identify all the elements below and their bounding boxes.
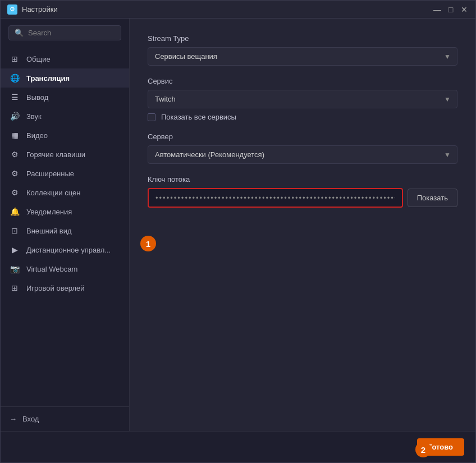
notifications-icon: 🔔 [10,207,20,217]
sidebar-item-stream[interactable]: 🌐 Трансляция [1,68,129,88]
search-box[interactable]: 🔍 [8,25,121,40]
service-select-wrapper: Twitch ▼ [148,90,457,108]
sidebar-item-remote[interactable]: ▶ Дистанционное управл... [1,240,129,259]
stream-type-select[interactable]: Сервисы вещания [148,47,457,66]
show-all-services-checkbox[interactable] [148,113,155,121]
sidebar-item-advanced[interactable]: ⚙ Расширенные [1,164,129,183]
sidebar-item-output[interactable]: ☰ Вывод [1,88,129,107]
sidebar-item-appearance[interactable]: ⊡ Внешний вид [1,221,129,240]
sidebar-item-notifications[interactable]: 🔔 Уведомления [1,202,129,221]
stream-type-label: Stream Type [148,34,457,43]
remote-icon: ▶ [10,245,20,255]
output-icon: ☰ [10,92,20,102]
sidebar-footer: → Вход [1,406,129,431]
sidebar-item-label: Коллекции сцен [26,189,80,197]
server-select[interactable]: Автоматически (Рекомендуется) [148,145,457,164]
search-input[interactable] [28,29,115,37]
video-icon: ▦ [10,130,20,140]
sidebar-item-label: Дистанционное управл... [26,246,111,254]
main-panel: Stream Type Сервисы вещания ▼ Сервис Twi… [130,19,475,431]
sidebar-item-webcam[interactable]: 📷 Virtual Webcam [1,259,129,278]
stream-type-select-wrapper: Сервисы вещания ▼ [148,47,457,66]
sidebar-item-label: Звук [26,112,42,121]
audio-icon: 🔊 [10,111,20,121]
sidebar-item-label: Уведомления [26,208,72,216]
sidebar-item-hotkeys[interactable]: ⚙ Горячие клавиши [1,145,129,164]
close-button[interactable]: ✕ [460,5,469,14]
sidebar-item-audio[interactable]: 🔊 Звук [1,107,129,126]
sidebar-item-label: Внешний вид [26,227,72,235]
sidebar-item-label: Трансляция [26,74,70,82]
titlebar: ⚙ Настройки — □ ✕ [1,1,475,19]
settings-window: ⚙ Настройки — □ ✕ 🔍 ⊞ Общие [0,0,476,463]
general-icon: ⊞ [10,54,20,64]
hotkeys-icon: ⚙ [10,149,20,159]
sidebar-item-label: Virtual Webcam [26,265,77,273]
sidebar-item-label: Вывод [26,93,48,102]
window-footer: Готово [1,431,475,462]
sidebar-item-label: Игровой оверлей [26,284,85,292]
login-icon: → [10,415,17,423]
stream-key-label: Ключ потока [148,175,457,184]
stream-key-row: Показать [148,188,457,208]
nav-items: ⊞ Общие 🌐 Трансляция ☰ Вывод 🔊 Звук ▦ [1,47,129,406]
service-group: Сервис Twitch ▼ Показать все сервисы [148,77,457,121]
login-item[interactable]: → Вход [10,412,120,425]
sidebar: 🔍 ⊞ Общие 🌐 Трансляция ☰ Вывод [1,19,130,431]
login-label: Вход [22,415,39,423]
sidebar-item-label: Общие [26,55,51,63]
service-select[interactable]: Twitch [148,90,457,108]
sidebar-item-general[interactable]: ⊞ Общие [1,49,129,68]
show-all-services-label: Показать все сервисы [161,113,236,121]
advanced-icon: ⚙ [10,168,20,178]
app-icon: ⚙ [7,4,17,15]
stream-type-group: Stream Type Сервисы вещания ▼ [148,34,457,66]
search-container: 🔍 [1,19,129,47]
sidebar-item-overlay[interactable]: ⊞ Игровой оверлей [1,278,129,297]
overlay-icon: ⊞ [10,283,20,293]
webcam-icon: 📷 [10,264,20,274]
done-button[interactable]: Готово [417,438,464,456]
server-group: Сервер Автоматически (Рекомендуется) ▼ [148,132,457,164]
stream-icon: 🌐 [10,73,20,83]
service-label: Сервис [148,77,457,85]
show-key-button[interactable]: Показать [408,189,457,207]
search-icon: 🔍 [15,29,24,37]
minimize-button[interactable]: — [433,5,442,14]
server-label: Сервер [148,132,457,141]
appearance-icon: ⊡ [10,226,20,236]
server-select-wrapper: Автоматически (Рекомендуется) ▼ [148,145,457,164]
sidebar-item-scenes[interactable]: ⚙ Коллекции сцен [1,183,129,202]
scenes-icon: ⚙ [10,187,20,198]
window-controls: — □ ✕ [433,5,469,14]
show-all-services-row[interactable]: Показать все сервисы [148,113,457,121]
sidebar-item-label: Расширенные [26,169,74,178]
sidebar-item-label: Видео [26,131,48,140]
main-content: 🔍 ⊞ Общие 🌐 Трансляция ☰ Вывод [1,19,475,431]
stream-key-input[interactable] [148,188,403,208]
sidebar-item-label: Горячие клавиши [26,150,85,159]
maximize-button[interactable]: □ [446,5,455,14]
stream-key-group: Ключ потока Показать [148,175,457,208]
sidebar-item-video[interactable]: ▦ Видео [1,126,129,145]
window-title: Настройки [22,5,433,13]
